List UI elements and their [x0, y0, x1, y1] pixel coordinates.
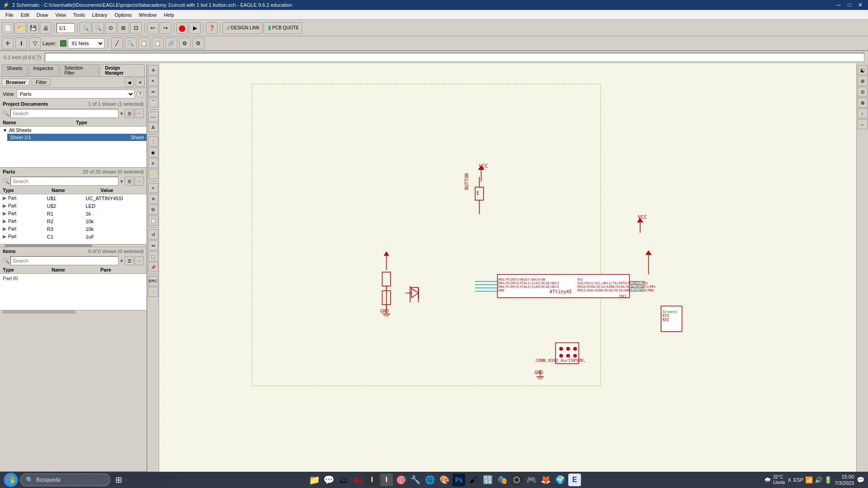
maximize-button[interactable]: □ [844, 1, 854, 9]
taskbar-game[interactable]: 🎮 [525, 474, 538, 486]
notification-icon[interactable]: 💬 [857, 476, 864, 483]
zoom-in-button[interactable]: 🔍 [80, 22, 91, 34]
right-tool-3[interactable]: ⊟ [858, 87, 868, 97]
menu-library[interactable]: Library [89, 11, 111, 19]
part-expand-r2[interactable]: ▶ [3, 218, 6, 224]
part-row-u2[interactable]: ▶ Part U$2 LED [0, 202, 146, 210]
parts-list-view[interactable]: ☰ [125, 177, 134, 186]
right-tool-6[interactable]: ↔ [858, 119, 868, 129]
project-docs-more[interactable]: ⋯ [135, 109, 144, 118]
search-dropdown-projects[interactable]: ▼ [119, 111, 124, 116]
run-button[interactable]: ▶ [189, 22, 201, 34]
taskbar-app-dark[interactable]: 🎭 [496, 474, 509, 486]
right-tool-5[interactable]: ↕ [858, 108, 868, 118]
menu-draw[interactable]: Draw [33, 11, 52, 19]
view-select[interactable]: Parts Nets Sheets [17, 89, 135, 99]
close-button[interactable]: ✕ [855, 1, 865, 9]
part-row-r1[interactable]: ▶ Part R1 1k [0, 210, 146, 217]
taskbar-teams[interactable]: 💬 [322, 474, 335, 486]
taskbar-unity[interactable]: ⬡ [510, 474, 523, 486]
menu-options[interactable]: Options [111, 11, 135, 19]
tree-all-sheets[interactable]: ▼ All Sheets [0, 127, 146, 134]
page-input[interactable] [57, 23, 75, 33]
draw-wire-tool[interactable]: ╱ [111, 38, 123, 49]
right-tool-2[interactable]: ⊞ [858, 76, 868, 86]
subtab-filter[interactable]: Filter [32, 79, 51, 86]
add-part-tool[interactable]: + [148, 183, 158, 193]
open-button[interactable]: 📂 [14, 22, 26, 34]
taskbar-adobe2[interactable]: 🎨 [438, 474, 451, 486]
group-tool[interactable]: ⬚ [148, 251, 158, 261]
parts-search[interactable] [10, 177, 118, 186]
help-button[interactable]: ❓ [206, 22, 217, 34]
minimize-button[interactable]: ─ [834, 1, 844, 9]
taskbar-app-tool[interactable]: 🔧 [409, 474, 422, 486]
zoom-layer-tool[interactable]: 🔍 [125, 38, 137, 49]
mirror-tool[interactable]: ⇔ [148, 240, 158, 250]
part-expand-r3[interactable]: ▶ [3, 226, 6, 232]
junction-tool[interactable]: ◉ [148, 147, 158, 157]
design-link-button[interactable]: 🔗 DESIGN LINK [222, 22, 263, 34]
schematic-canvas[interactable]: VCC BUTTON E GND [159, 63, 856, 472]
part-expand-u2[interactable]: ▶ [3, 203, 6, 209]
taskbar-photoshop[interactable]: Ps [453, 474, 465, 486]
save-button[interactable]: 💾 [27, 22, 39, 34]
menu-view[interactable]: View [52, 11, 70, 19]
bus-tool[interactable]: ⋮ [148, 136, 158, 146]
project-docs-search[interactable] [10, 109, 118, 118]
zoom-area-button[interactable]: ⊡ [130, 22, 142, 34]
menu-file[interactable]: File [2, 11, 17, 19]
right-tool-4[interactable]: ⊠ [858, 98, 868, 108]
print-button[interactable]: 🖨 [40, 22, 52, 34]
taskbar-app-i2[interactable]: I [380, 474, 393, 486]
text-tool[interactable]: A [148, 122, 158, 132]
paste-tool[interactable]: 📋 [148, 216, 158, 225]
rotate-tool[interactable]: ↺ [148, 230, 158, 239]
taskbar-chrome-like[interactable]: 🌐 [424, 474, 436, 486]
wire-tool[interactable]: — [148, 112, 158, 122]
select-tool[interactable]: ✛ [2, 38, 14, 49]
menu-window[interactable]: Window [135, 11, 160, 19]
stop-button[interactable]: ⬤ [176, 22, 188, 34]
link-tool[interactable]: 🔗 [165, 38, 177, 49]
items-list-view[interactable]: ☰ [125, 256, 134, 265]
part-row-r3[interactable]: ▶ Part R3 10k [0, 225, 146, 233]
items-more[interactable]: ⋯ [135, 256, 144, 265]
panel-collapse-button[interactable]: ◀ [125, 78, 134, 87]
taskbar-app-i1[interactable]: I [366, 474, 378, 486]
clipboard-tool2[interactable]: 📋 [152, 38, 164, 49]
taskbar-firefox[interactable]: 🦊 [539, 474, 552, 486]
zoom-reset-button[interactable]: ⊙ [105, 22, 117, 34]
zoom-out-button[interactable]: 🔍 [92, 22, 104, 34]
tray-expand[interactable]: ∧ [788, 477, 792, 483]
parts-scrollbar[interactable] [0, 244, 146, 247]
weather-widget[interactable]: 🌧 32°C Lluvia [764, 474, 785, 485]
panel-options-button[interactable]: ✕ [136, 78, 145, 87]
battery-icon[interactable]: 🔋 [824, 476, 832, 483]
clipboard-tool1[interactable]: 📋 [138, 38, 150, 49]
right-tool-1[interactable]: ⬕ [858, 65, 868, 75]
part-expand-c1[interactable]: ▶ [3, 234, 6, 239]
taskbar-eagle[interactable]: E [568, 474, 581, 486]
subtab-browser[interactable]: Browser [2, 79, 30, 86]
tree-sheet-1[interactable]: Sheet 1/1 Sheet [7, 134, 146, 141]
zoom-fit-button[interactable]: ⊞ [118, 22, 129, 34]
system-clock[interactable]: 15:00 7/3/2023 [835, 474, 854, 487]
attribute-tool[interactable]: 📌 [148, 262, 158, 272]
command-input[interactable] [45, 53, 864, 62]
tab-sheets[interactable]: Sheets [2, 64, 27, 76]
search-dropdown-parts[interactable]: ▼ [119, 179, 124, 184]
info-tool[interactable]: ℹ [15, 38, 27, 49]
search-dropdown-items[interactable]: ▼ [119, 258, 124, 263]
taskbar-search[interactable]: 🔍 Búsqueda [20, 474, 110, 486]
filter-tool[interactable]: ▽ [29, 38, 41, 49]
redo-button[interactable]: ↪ [160, 22, 171, 34]
arc-tool[interactable]: ⌒ [148, 98, 158, 108]
menu-help[interactable]: Help [160, 11, 178, 19]
taskbar-browser[interactable]: 🌍 [554, 474, 566, 486]
part-row-u1[interactable]: ▶ Part U$1 UC_ATTINY45SI [0, 194, 146, 202]
menu-tools[interactable]: Tools [70, 11, 89, 19]
undo-button[interactable]: ↩ [147, 22, 159, 34]
task-view-button[interactable]: ⊞ [112, 474, 125, 486]
taskbar-adobe[interactable]: Aₐ [351, 474, 364, 486]
